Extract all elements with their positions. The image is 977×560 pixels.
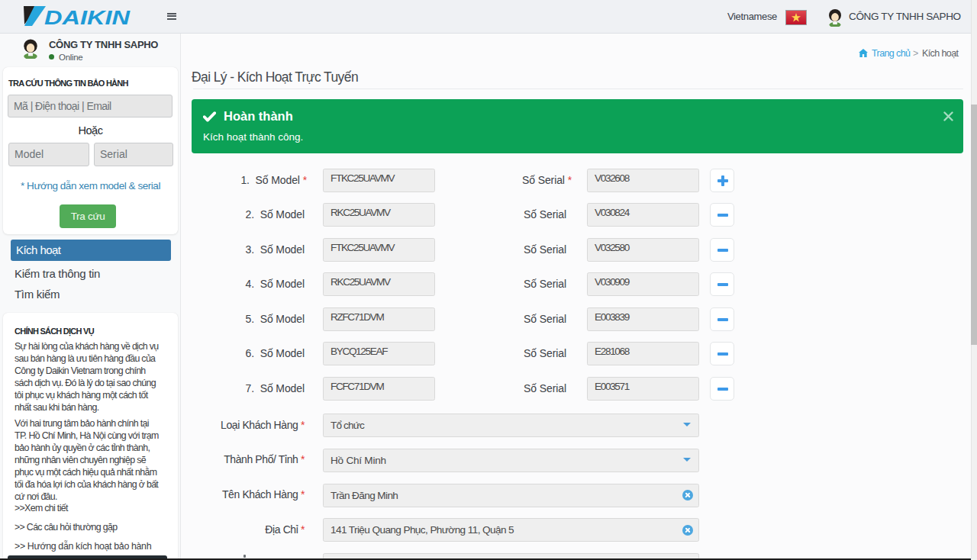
svg-text:DAIKIN: DAIKIN — [44, 6, 131, 27]
